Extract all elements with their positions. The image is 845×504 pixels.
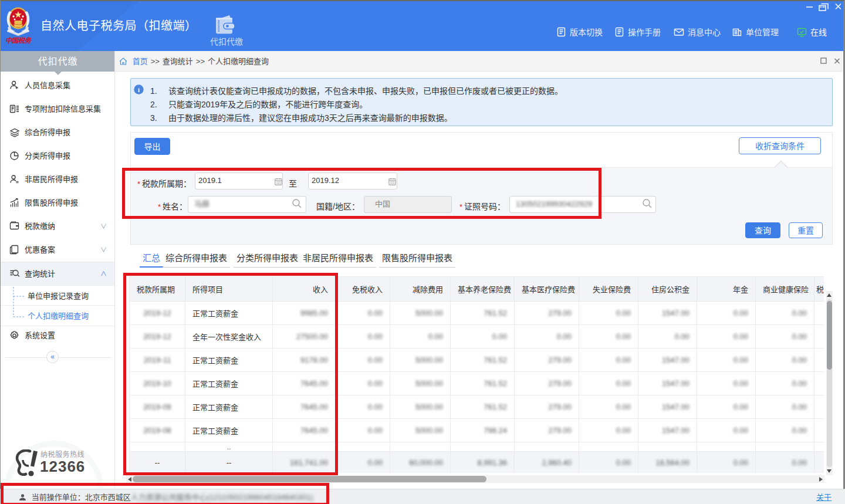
- svg-text:中国税务: 中国税务: [5, 37, 32, 44]
- svg-text:i: i: [138, 86, 140, 93]
